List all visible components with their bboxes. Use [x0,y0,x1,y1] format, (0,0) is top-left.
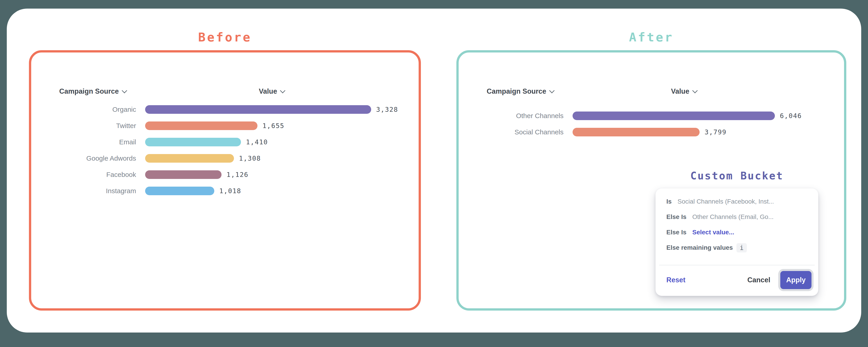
row-value-label: 1,308 [239,154,261,162]
row-category-label: Instagram [59,187,136,195]
bucket-rule-row: Else remaining values i [666,240,809,255]
table-row: Social Channels 3,799 [487,124,844,140]
row-value-label: 1,655 [262,122,284,129]
row-category-label: Other Channels [487,112,563,120]
bar[interactable] [145,121,257,130]
bar[interactable] [145,186,214,195]
row-value-label: 3,328 [376,106,398,113]
bucket-rule-row: Is Social Channels (Facebook, Inst... [666,194,809,209]
table-row: Email 1,410 [59,134,418,150]
row-value-label: 6,046 [780,112,802,120]
source-header-label: Campaign Source [59,87,119,95]
table-row: Google Adwords 1,308 [59,150,418,167]
row-category-label: Google Adwords [59,154,136,162]
info-icon[interactable]: i [737,243,747,253]
rule-operator-label: Is [666,198,672,205]
footer-actions: Cancel Apply [747,271,811,289]
bar-track: 1,018 [145,186,385,195]
after-source-header[interactable]: Campaign Source [487,87,563,95]
before-source-header[interactable]: Campaign Source [59,87,136,95]
before-value-header[interactable]: Value [159,87,385,95]
table-row: Facebook 1,126 [59,167,418,183]
rule-operator-label: Else Is [666,229,686,236]
after-table-header: Campaign Source Value [487,86,844,96]
before-panel: Campaign Source Value Organic 3,328 Twit… [29,50,421,311]
before-table-header: Campaign Source Value [59,86,418,96]
rule-value[interactable]: Social Channels (Facebook, Inst... [677,198,774,205]
table-row: Other Channels 6,046 [487,108,844,124]
rule-operator-label: Else Is [666,213,686,221]
row-category-label: Social Channels [487,128,563,136]
row-category-label: Organic [59,106,136,113]
bar-track: 3,799 [572,128,789,136]
row-category-label: Facebook [59,171,136,178]
bar[interactable] [145,105,371,114]
row-value-label: 1,126 [226,171,248,178]
row-value-label: 1,410 [246,138,268,146]
dialog-body: Is Social Channels (Facebook, Inst... El… [655,189,818,255]
custom-bucket-dialog: Is Social Channels (Facebook, Inst... El… [655,189,818,296]
bar-track: 1,410 [145,138,385,146]
bar[interactable] [572,112,775,120]
custom-bucket-title: Custom Bucket [647,170,827,182]
cancel-button[interactable]: Cancel [747,276,770,284]
table-row: Instagram 1,018 [59,183,418,199]
bucket-rule-row: Else Is Other Channels (Email, Go... [666,209,809,225]
main-card: Before After Campaign Source Value Organ… [7,8,861,332]
rule-value[interactable]: Other Channels (Email, Go... [692,213,774,221]
reset-button[interactable]: Reset [666,276,685,284]
chevron-down-icon[interactable] [692,88,698,93]
bar-track: 1,308 [145,154,385,163]
rule-operator-label: Else remaining values [666,244,733,251]
bar-track: 1,126 [145,170,385,179]
bar-track: 1,655 [145,121,385,130]
row-category-label: Email [59,138,136,146]
chevron-down-icon[interactable] [549,88,555,93]
after-title: After [456,30,846,46]
bar-track: 3,328 [145,105,385,114]
value-header-label: Value [259,87,277,95]
dialog-footer: Reset Cancel Apply [655,265,818,296]
bar-track: 6,046 [572,112,789,120]
bucket-rule-row: Else Is Select value... [666,225,809,240]
source-header-label: Campaign Source [487,87,546,95]
bar[interactable] [145,138,241,146]
select-value-link[interactable]: Select value... [692,229,734,236]
apply-button[interactable]: Apply [780,271,811,289]
before-table-rows: Organic 3,328 Twitter 1,655 Email 1,410 … [59,102,418,199]
chevron-down-icon[interactable] [280,88,285,93]
bar[interactable] [145,154,234,163]
row-value-label: 1,018 [219,187,241,195]
table-row: Organic 3,328 [59,102,418,118]
row-value-label: 3,799 [705,128,726,136]
chevron-down-icon[interactable] [122,88,127,93]
value-header-label: Value [671,87,689,95]
bar[interactable] [572,128,700,136]
row-category-label: Twitter [59,122,136,129]
after-table-rows: Other Channels 6,046 Social Channels 3,7… [487,108,844,140]
after-value-header[interactable]: Value [583,87,785,95]
bar[interactable] [145,170,221,179]
before-title: Before [29,30,421,46]
table-row: Twitter 1,655 [59,118,418,134]
